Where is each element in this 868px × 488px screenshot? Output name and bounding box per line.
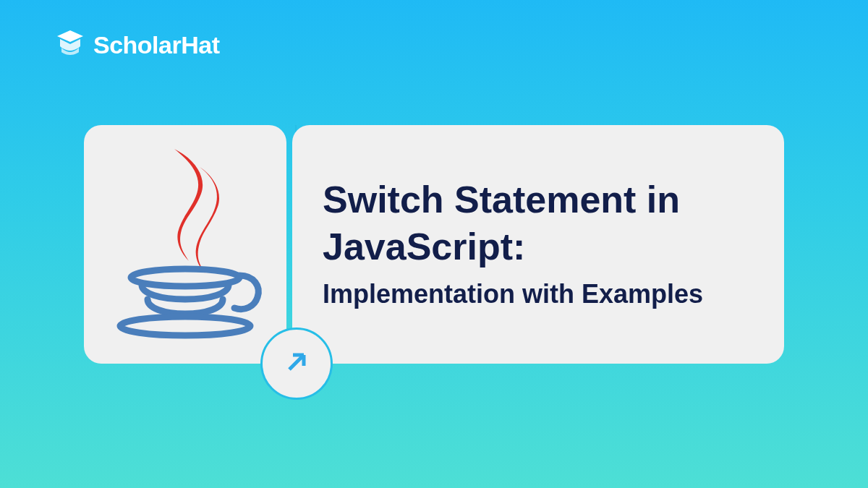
arrow-up-right-icon xyxy=(281,346,312,381)
arrow-badge xyxy=(260,328,333,400)
scholarhat-icon xyxy=(54,27,86,62)
java-logo-icon xyxy=(106,142,265,347)
svg-point-1 xyxy=(120,317,250,335)
brand-name: ScholarHat xyxy=(93,31,220,59)
main-content: Switch Statement in JavaScript: Implemen… xyxy=(84,125,784,364)
page-title: Switch Statement in JavaScript: xyxy=(323,176,754,270)
brand-logo: ScholarHat xyxy=(54,27,220,62)
title-card: Switch Statement in JavaScript: Implemen… xyxy=(292,125,784,364)
svg-point-0 xyxy=(131,269,239,286)
logo-card xyxy=(84,125,286,364)
page-subtitle: Implementation with Examples xyxy=(323,278,754,312)
